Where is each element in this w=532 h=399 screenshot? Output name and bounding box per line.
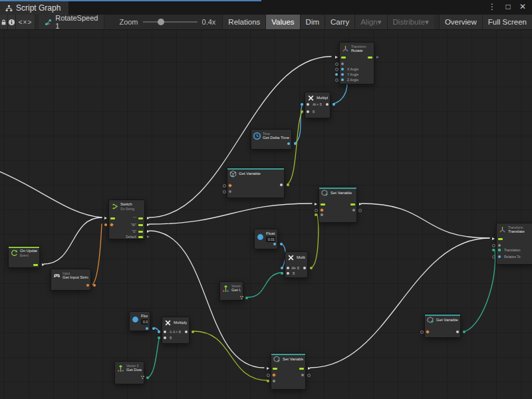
vector3-icon [222, 285, 229, 292]
port-dot-shape [341, 73, 344, 76]
graph-canvas[interactable] [0, 30, 532, 399]
node-switch-on-string[interactable]: SwitchOn String" ""W""S"Default [108, 200, 145, 239]
toolbar-button-values[interactable]: Values [265, 15, 299, 29]
port-connection-indicator [358, 209, 362, 212]
flow-arrow-icon [147, 235, 150, 238]
node-multiply-2[interactable]: MultiplyABA × B [285, 251, 308, 278]
port-dot-shape [303, 267, 306, 269]
flow-arrow-icon [376, 56, 379, 59]
toolbar-button-relations[interactable]: Relations [222, 15, 265, 29]
graph-node-icon [45, 19, 52, 26]
port-flow-shape [299, 368, 304, 370]
port-label: Default [126, 235, 136, 239]
node-set-variable-1[interactable]: Set Variable [319, 187, 357, 223]
port-dot-shape [352, 209, 355, 211]
window-close-icon[interactable]: ✕ [517, 2, 528, 11]
flow-arrow-icon [315, 203, 317, 205]
port-label: A × B [173, 331, 181, 334]
port-diamond-shape [320, 208, 324, 212]
node-get-up[interactable]: Vector 3Get Up [219, 281, 243, 301]
node-multiply-3[interactable]: MultiplyABA × B [162, 317, 190, 344]
node-header: Get Variable [425, 315, 460, 325]
port-connection-indicator [492, 244, 495, 247]
node-title-line: Float [266, 231, 275, 236]
zoom-slider-track[interactable] [143, 21, 198, 23]
node-set-variable-2[interactable]: Set Variable [271, 353, 306, 390]
node-value-input[interactable]: 0.01 [141, 319, 148, 325]
flow-arrow-icon [308, 367, 311, 370]
node-get-variable-1[interactable]: Get Variable [227, 168, 285, 198]
port-dot-shape [307, 103, 309, 106]
port-connection-indicator [307, 374, 311, 377]
toolbar-button-dim[interactable]: Dim [300, 15, 325, 29]
zoom-slider-thumb[interactable] [158, 19, 164, 25]
toolbar-button-carry[interactable]: Carry [325, 15, 354, 29]
port-dot-shape [321, 213, 323, 216]
node-get-down[interactable]: Vector 3Get Down [114, 361, 144, 384]
code-preview-button[interactable]: <×> [16, 15, 35, 29]
port-dot-shape [456, 331, 459, 333]
flow-arrow-icon [492, 237, 495, 240]
node-get-variable-2[interactable]: Get Variable [424, 314, 461, 338]
info-icon [8, 19, 15, 26]
vector3-icon [117, 364, 124, 372]
port-dot-shape [287, 142, 290, 145]
toolbar-button-overview[interactable]: Overview [439, 15, 482, 29]
port-connection-indicator [152, 327, 155, 330]
port-connection-indicator [192, 331, 194, 333]
dropdown-caret-icon: ▾ [378, 17, 382, 27]
node-translate[interactable]: TransformTranslateTranslationRelative To [496, 223, 532, 265]
port-diamond-shape [426, 330, 430, 334]
port-connection-indicator [332, 103, 335, 106]
port-dot-shape [273, 380, 275, 382]
port-label: B [293, 272, 295, 275]
port-dot-shape [341, 68, 344, 70]
node-multiply-1[interactable]: MultiplyABA × B [305, 92, 331, 118]
node-header: Multiply [305, 92, 330, 102]
port-flow-shape [368, 57, 372, 59]
toolbar-button-full-screen[interactable]: Full Screen [482, 15, 532, 29]
lock-button[interactable] [0, 15, 8, 29]
window-menu-icon[interactable]: ⋮ [487, 2, 497, 11]
port-connection-indicator [146, 376, 149, 379]
flow-arrow-icon [42, 263, 45, 266]
zoom-value: 0.4x [202, 18, 216, 26]
info-button[interactable] [8, 15, 16, 29]
port-label: A × B [291, 267, 299, 270]
lock-icon [0, 19, 7, 26]
port-dot-shape [287, 267, 289, 269]
toolbar-button-align[interactable]: Align ▾ [354, 15, 386, 29]
port-vec3-shape [141, 376, 142, 377]
node-header: TransformTranslate [497, 223, 532, 235]
node-title-line: Translate [508, 229, 525, 234]
zoom-slider[interactable] [143, 18, 198, 26]
window-maximize-icon[interactable]: □ [503, 2, 513, 11]
node-accent-bar [9, 247, 39, 248]
node-title-line: On Update [20, 249, 37, 253]
flow-arrow-icon [147, 223, 150, 226]
port-dot-shape [341, 63, 344, 65]
node-get-input-string[interactable]: InputGet Input String [51, 269, 91, 291]
port-connection-indicator [267, 374, 270, 377]
node-rotate[interactable]: TransformRotateX AngleY AngleZ Angle [339, 42, 374, 84]
tab-script-graph[interactable]: Script Graph [0, 1, 68, 15]
variable-icon [229, 170, 237, 178]
port-dot-shape [185, 331, 188, 333]
node-header: Get Variable [227, 168, 284, 178]
graph-breadcrumb-button[interactable]: RotateSpeed 1 [39, 15, 104, 29]
port-connection-indicator [335, 63, 338, 66]
toolbar-button-distribute[interactable]: Distribute ▾ [387, 15, 434, 29]
flow-arrow-icon [104, 217, 107, 219]
node-float-2[interactable]: Float0.01 [129, 311, 150, 331]
node-title-line: Get Input String [63, 275, 88, 280]
node-on-update[interactable]: On UpdateEvent [8, 246, 40, 268]
port-dot-shape [498, 255, 501, 258]
multiply-icon [307, 94, 315, 102]
node-get-delta-time[interactable]: TimeGet Delta Time [251, 129, 292, 150]
port-dot-shape [164, 331, 166, 333]
port-dot-shape [301, 374, 304, 376]
node-value-input[interactable]: 0.01 [266, 237, 275, 242]
node-float-1[interactable]: Float0.01 [254, 229, 278, 249]
flow-arrow-icon [147, 217, 150, 219]
port-dot-shape [307, 110, 309, 113]
